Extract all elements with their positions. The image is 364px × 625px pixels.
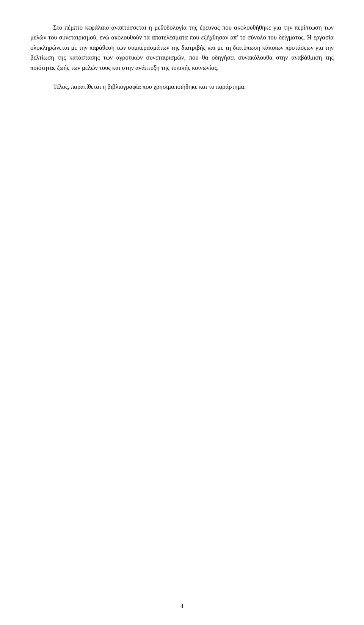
page-container: Στο πέμπτο κεφάλαιο αναπτύσσεται η μεθοδ… (0, 0, 364, 625)
page-number: 4 (180, 603, 184, 610)
main-paragraph: Στο πέμπτο κεφάλαιο αναπτύσσεται η μεθοδ… (30, 23, 334, 73)
conclusion-paragraph: Τέλος, παρατίθεται η βιβλιογραφία που χρ… (30, 82, 334, 92)
